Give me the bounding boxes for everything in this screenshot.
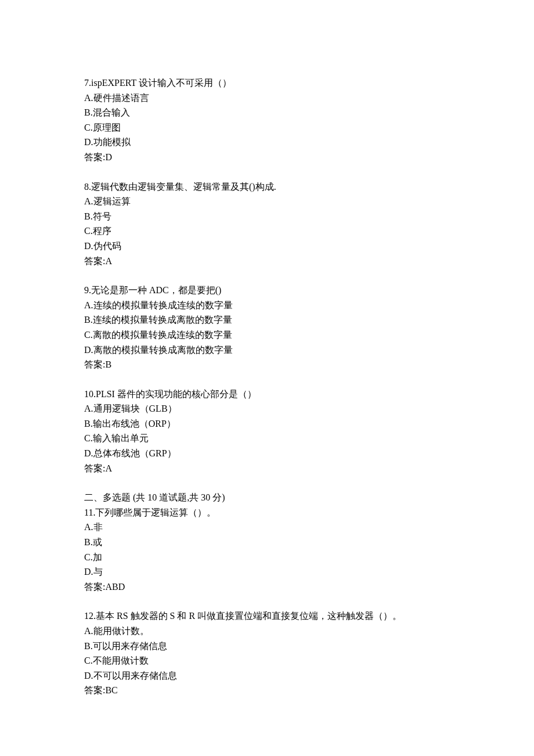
question-option: C.加 xyxy=(84,550,450,565)
question-option: C.不能用做计数 xyxy=(84,653,450,668)
question-stem: 9.无论是那一种 ADC，都是要把() xyxy=(84,283,450,298)
question-stem: 12.基本 RS 触发器的 S 和 R 叫做直接置位端和直接复位端，这种触发器（… xyxy=(84,609,450,624)
question-option: B.输出布线池（ORP） xyxy=(84,416,450,431)
question-option: A.非 xyxy=(84,520,450,535)
question-option: A.能用做计数。 xyxy=(84,624,450,639)
question-answer: 答案:ABD xyxy=(84,579,450,595)
question-stem: 8.逻辑代数由逻辑变量集、逻辑常量及其()构成. xyxy=(84,179,450,195)
question-9: 9.无论是那一种 ADC，都是要把() A.连续的模拟量转换成连续的数字量 B.… xyxy=(84,283,450,372)
question-option: A.逻辑运算 xyxy=(84,194,450,209)
section-title: 二、多选题 (共 10 道试题,共 30 分) xyxy=(84,490,450,505)
question-option: B.或 xyxy=(84,535,450,550)
question-option: A.硬件描述语言 xyxy=(84,91,450,106)
question-option: B.连续的模拟量转换成离散的数字量 xyxy=(84,312,450,327)
question-option: C.原理图 xyxy=(84,120,450,135)
question-option: D.总体布线池（GRP） xyxy=(84,446,450,461)
question-option: B.混合输入 xyxy=(84,105,450,120)
question-option: D.不可以用来存储信息 xyxy=(84,668,450,683)
question-stem: 10.PLSI 器件的实现功能的核心部分是（） xyxy=(84,387,450,402)
question-option: D.功能模拟 xyxy=(84,135,450,150)
question-answer: 答案:A xyxy=(84,461,450,476)
question-option: A.通用逻辑块（GLB） xyxy=(84,401,450,416)
question-option: B.符号 xyxy=(84,209,450,224)
question-option: D.离散的模拟量转换成离散的数字量 xyxy=(84,343,450,358)
question-stem: 7.ispEXPERT 设计输入不可采用（） xyxy=(84,75,450,91)
document-page: 7.ispEXPERT 设计输入不可采用（） A.硬件描述语言 B.混合输入 C… xyxy=(0,0,534,747)
question-answer: 答案:B xyxy=(84,357,450,372)
question-answer: 答案:D xyxy=(84,150,450,165)
question-stem: 11.下列哪些属于逻辑运算（）。 xyxy=(84,505,450,520)
question-option: D.伪代码 xyxy=(84,239,450,254)
question-option: B.可以用来存储信息 xyxy=(84,639,450,654)
section-header: 二、多选题 (共 10 道试题,共 30 分) xyxy=(84,490,450,505)
question-11: 11.下列哪些属于逻辑运算（）。 A.非 B.或 C.加 D.与 答案:ABD xyxy=(84,505,450,595)
question-8: 8.逻辑代数由逻辑变量集、逻辑常量及其()构成. A.逻辑运算 B.符号 C.程… xyxy=(84,179,450,269)
question-10: 10.PLSI 器件的实现功能的核心部分是（） A.通用逻辑块（GLB） B.输… xyxy=(84,387,450,476)
question-option: C.离散的模拟量转换成连续的数字量 xyxy=(84,327,450,343)
question-answer: 答案:A xyxy=(84,254,450,269)
question-option: C.输入输出单元 xyxy=(84,431,450,446)
question-option: A.连续的模拟量转换成连续的数字量 xyxy=(84,298,450,313)
question-7: 7.ispEXPERT 设计输入不可采用（） A.硬件描述语言 B.混合输入 C… xyxy=(84,75,450,165)
question-answer: 答案:BC xyxy=(84,683,450,698)
question-option: D.与 xyxy=(84,564,450,579)
question-12: 12.基本 RS 触发器的 S 和 R 叫做直接置位端和直接复位端，这种触发器（… xyxy=(84,609,450,698)
question-option: C.程序 xyxy=(84,224,450,239)
